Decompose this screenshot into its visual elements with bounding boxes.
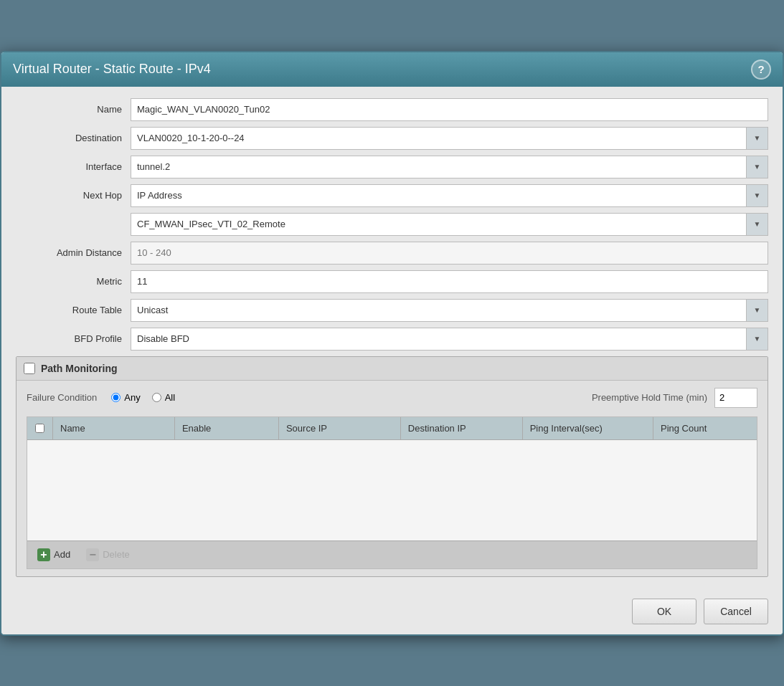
help-icon[interactable]: ? (751, 59, 771, 80)
dialog-footer: OK Cancel (1, 589, 783, 634)
table-body (27, 440, 757, 540)
title-bar: Virtual Router - Static Route - IPv4 ? (1, 52, 783, 87)
destination-dropdown[interactable] (746, 128, 768, 149)
add-label: Add (54, 549, 70, 560)
interface-wrapper: tunnel.2 (131, 156, 768, 178)
next-hop-label: Next Hop (16, 190, 131, 201)
admin-distance-label: Admin Distance (16, 247, 131, 258)
radio-any-label: Any (124, 392, 140, 403)
interface-label: Interface (16, 161, 131, 172)
col-name: Name (53, 417, 175, 439)
destination-wrapper: VLAN0020_10-1-20-0--24 (131, 127, 768, 150)
metric-row: Metric 11 (16, 270, 768, 293)
next-hop-value: IP Address (131, 185, 746, 206)
path-monitoring-body: Failure Condition Any All Preemptive Hol… (16, 381, 768, 576)
select-all-checkbox[interactable] (35, 424, 44, 433)
destination-label: Destination (16, 133, 131, 143)
ok-button[interactable]: OK (632, 599, 696, 624)
radio-all-option[interactable]: All (152, 392, 175, 403)
preemptive-hold-label: Preemptive Hold Time (min) (592, 392, 707, 403)
next-hop-wrapper: IP Address (131, 184, 768, 207)
next-hop-sub-value: CF_MWAN_IPsec_VTI_02_Remote (131, 214, 746, 235)
col-source-ip: Source IP (279, 417, 401, 439)
table-footer: + Add − Delete (27, 540, 757, 568)
radio-all-label: All (165, 392, 175, 403)
add-button[interactable]: + Add (34, 547, 73, 563)
delete-button[interactable]: − Delete (83, 547, 133, 563)
col-ping-interval: Ping Interval(sec) (523, 417, 653, 439)
th-checkbox (27, 417, 53, 439)
interface-value: tunnel.2 (131, 156, 746, 178)
cancel-button[interactable]: Cancel (704, 599, 768, 624)
bfd-profile-row: BFD Profile Disable BFD (16, 328, 768, 351)
metric-label: Metric (16, 276, 131, 287)
preemptive-group: Preemptive Hold Time (min) 2 (592, 388, 757, 408)
path-monitoring-section: Path Monitoring Failure Condition Any Al… (16, 356, 768, 577)
bfd-profile-label: BFD Profile (16, 333, 131, 344)
next-hop-dropdown[interactable] (746, 185, 768, 206)
name-input[interactable]: Magic_WAN_VLAN0020_Tun02 (131, 98, 768, 121)
radio-group: Any All (111, 392, 175, 403)
destination-value: VLAN0020_10-1-20-0--24 (131, 128, 746, 149)
path-monitoring-checkbox[interactable] (24, 363, 35, 374)
path-monitoring-table: Name Enable Source IP Destination IP Pin… (27, 416, 757, 569)
interface-row: Interface tunnel.2 (16, 156, 768, 178)
col-enable: Enable (175, 417, 279, 439)
bfd-profile-dropdown[interactable] (746, 328, 768, 350)
radio-all-input[interactable] (152, 393, 161, 402)
radio-any-option[interactable]: Any (111, 392, 140, 403)
bfd-profile-wrapper: Disable BFD (131, 328, 768, 351)
dialog-body: Name Magic_WAN_VLAN0020_Tun02 Destinatio… (1, 87, 783, 589)
bfd-profile-value: Disable BFD (131, 328, 746, 350)
add-icon: + (37, 548, 50, 561)
path-monitoring-label[interactable]: Path Monitoring (41, 363, 118, 374)
admin-distance-input[interactable] (131, 242, 768, 265)
metric-input[interactable]: 11 (131, 270, 768, 293)
dialog-title: Virtual Router - Static Route - IPv4 (13, 62, 211, 77)
next-hop-sub-wrapper: CF_MWAN_IPsec_VTI_02_Remote (131, 213, 768, 236)
destination-row: Destination VLAN0020_10-1-20-0--24 (16, 127, 768, 150)
next-hop-row: Next Hop IP Address (16, 184, 768, 207)
route-table-dropdown[interactable] (746, 300, 768, 321)
route-table-value: Unicast (131, 300, 746, 321)
route-table-row: Route Table Unicast (16, 299, 768, 322)
route-table-label: Route Table (16, 305, 131, 315)
radio-any-input[interactable] (111, 393, 121, 402)
delete-icon: − (86, 548, 99, 561)
main-dialog: Virtual Router - Static Route - IPv4 ? N… (0, 51, 784, 636)
table-header: Name Enable Source IP Destination IP Pin… (27, 417, 757, 440)
path-monitoring-header: Path Monitoring (16, 357, 768, 381)
preemptive-hold-input[interactable]: 2 (714, 388, 757, 408)
route-table-wrapper: Unicast (131, 299, 768, 322)
failure-condition-label: Failure Condition (27, 392, 97, 403)
next-hop-sub-dropdown[interactable] (746, 214, 768, 235)
col-ping-count: Ping Count (653, 417, 757, 439)
admin-distance-row: Admin Distance (16, 242, 768, 265)
next-hop-sub-row: CF_MWAN_IPsec_VTI_02_Remote (16, 213, 768, 236)
delete-label: Delete (103, 549, 130, 560)
name-label: Name (16, 104, 131, 115)
col-dest-ip: Destination IP (401, 417, 523, 439)
interface-dropdown[interactable] (746, 156, 768, 178)
name-row: Name Magic_WAN_VLAN0020_Tun02 (16, 98, 768, 121)
failure-condition-row: Failure Condition Any All Preemptive Hol… (27, 388, 757, 408)
